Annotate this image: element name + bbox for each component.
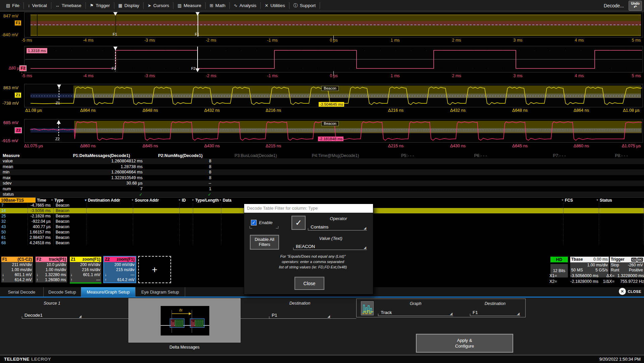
apply-configure-button[interactable]: Apply & Configure	[416, 334, 513, 353]
decode-column-data[interactable]: Data	[223, 198, 231, 203]
time-axis-label: -1 ms	[267, 73, 277, 78]
measure-p1-value: ✓	[57, 192, 146, 197]
decode-column-destination-addr[interactable]: Destination Addr	[88, 198, 120, 203]
decode-column-status[interactable]: Status	[600, 198, 612, 203]
up-arrow-icon: ↑	[2, 277, 4, 282]
timebase-offset: 0.00 ms	[593, 257, 608, 262]
descriptor-min-value: 601.1 mV	[83, 272, 100, 277]
column-sort-icon[interactable]: ▼	[561, 198, 564, 203]
graph-label: Graph	[378, 301, 453, 306]
z2-delta-label: Δ430 ns	[450, 144, 466, 148]
menu-item-label: Measure	[184, 3, 202, 8]
measure-row-num: num71	[0, 186, 644, 192]
z1-channel-badge[interactable]: Z1	[15, 93, 21, 98]
timebase-scale: 1.00 ms/div	[587, 263, 608, 268]
measurement-card[interactable]: Δt	[128, 298, 240, 343]
apply-line2: Configure	[455, 343, 474, 349]
tab-eye-diagram-setup[interactable]: Eye Diagram Setup	[136, 287, 185, 297]
column-sort-icon[interactable]: ▼	[131, 198, 134, 203]
menu-item-display[interactable]: ▦Display	[114, 0, 144, 11]
column-sort-icon[interactable]: ▼	[596, 198, 599, 203]
column-sort-icon[interactable]: ▼	[192, 198, 194, 203]
dialog-close-button[interactable]: Close	[294, 277, 324, 290]
descriptor-vscale: 200 mV/div	[70, 262, 100, 267]
decode-column-fcs[interactable]: FCS	[565, 198, 573, 203]
menu-item-timebase[interactable]: ↔Timebase	[51, 0, 86, 11]
measure-row-label: status	[0, 192, 57, 197]
trigger-flag-icon: ⚑	[90, 3, 94, 8]
column-filter-icon[interactable]: ▼	[84, 198, 87, 203]
menu-item-cursors[interactable]: ➤Cursors	[144, 0, 173, 11]
decode-cell	[599, 213, 644, 219]
measure-col-header: P7:- - -	[520, 153, 599, 158]
enable-checkbox[interactable]: ✓	[251, 220, 257, 225]
filter-check-button[interactable]: ✓	[291, 216, 306, 230]
z2-delta-axis: Δ1.075 µsΔ860 nsΔ645 nsΔ430 nsΔ215 nsΔ21…	[0, 144, 644, 150]
decode-menu-label[interactable]: Decode...	[604, 3, 624, 8]
decode-cell: -4.7665 ms	[28, 203, 54, 208]
decode-column-id[interactable]: ID	[182, 198, 186, 203]
tab-decode-setup[interactable]: Decode Setup	[44, 287, 81, 297]
column-sort-icon[interactable]: ▼	[219, 198, 222, 203]
decode-column-time[interactable]: Time	[37, 198, 46, 203]
oscilloscope-screen: ▤File↕Vertical↔Timebase⚑Trigger▦Display➤…	[0, 0, 644, 363]
descriptor-source: zoom(F1)	[117, 257, 135, 262]
decode-column-type[interactable]: Type	[54, 198, 63, 203]
z2-bottom-scale: -915 mV	[2, 138, 18, 143]
panel-close-button[interactable]: ✕ CLOSE	[619, 288, 641, 295]
z2-channel-badge[interactable]: Z2	[15, 127, 22, 133]
menu-item-math[interactable]: ⊞Math	[206, 0, 229, 11]
column-sort-icon[interactable]: ▼	[51, 198, 53, 203]
decode-cell: Beacon	[54, 203, 87, 208]
horizontal-arrows-icon: ↔	[55, 3, 60, 8]
value-dropdown[interactable]: BEACON ◢	[293, 243, 367, 250]
f1-channel-badge[interactable]: F1	[15, 20, 21, 25]
decode-column-source-addr[interactable]: Source Addr	[135, 198, 159, 203]
descriptor-header: F2track(P1)	[36, 257, 67, 262]
descriptor-f2[interactable]: F2track(P1)10.0 µs/div1.00 ms/div↓1.3228…	[35, 256, 68, 283]
hd-mode-badge[interactable]: HD	[550, 257, 568, 262]
menu-item-measure[interactable]: ▥Measure	[173, 0, 205, 11]
measure-row-label: value	[0, 159, 57, 163]
operator-dropdown[interactable]: Contains ◢	[308, 223, 367, 230]
menu-item-utilities[interactable]: ✕Utilities	[261, 0, 289, 11]
measure-ruler-icon: ▥	[177, 3, 181, 8]
menu-item-analysis[interactable]: ∿Analysis	[230, 0, 260, 11]
source1-dropdown[interactable]: Decode1 ◢	[22, 311, 82, 319]
add-trace-button[interactable]: +	[138, 256, 171, 283]
disable-all-filters-button[interactable]: Disable All Filters	[250, 235, 279, 250]
menu-separator	[320, 2, 320, 9]
trigger-time-tick	[333, 36, 334, 40]
menu-item-support[interactable]: ⓘSupport	[289, 0, 320, 11]
x2-value: -2.1828000 ms	[561, 279, 598, 284]
destination1-value: P1	[272, 313, 277, 318]
column-sort-icon[interactable]: ▼	[178, 198, 181, 203]
menu-item-file[interactable]: ▤File	[2, 0, 23, 11]
z2-delta-label: Δ860 ns	[574, 144, 589, 148]
destination1-dropdown[interactable]: P1 ◢	[269, 311, 331, 319]
decode-protocol-badge[interactable]: 10Base-T1S	[0, 198, 36, 203]
decode-cell	[193, 235, 221, 240]
menu-item-vertical[interactable]: ↕Vertical	[24, 0, 51, 11]
tab-serial-decode[interactable]: Serial Decode	[0, 287, 44, 297]
connector-line-3	[331, 318, 356, 319]
dx-label: ΔX=	[598, 273, 614, 278]
z2-delta-label: Δ1.075 µs	[24, 144, 43, 148]
decode-column-type-length[interactable]: Type/Length	[195, 198, 219, 203]
f1-top-scale: 847 mV	[3, 13, 18, 18]
decode-cell	[87, 224, 133, 229]
menu-item-trigger[interactable]: ⚑Trigger	[86, 0, 114, 11]
info-icon: ⓘ	[293, 3, 298, 9]
undo-button[interactable]: Undo ↶	[629, 1, 642, 11]
descriptor-f1[interactable]: F1(C1-C2)211 mV/div1.00 ms/div↓601.1 mV↑…	[1, 256, 34, 283]
decode-cell: 1.66157 ms	[28, 229, 54, 235]
descriptor-max-value: 614.2 mV	[15, 277, 32, 282]
decode-cell	[180, 213, 193, 219]
descriptor-body: 10.0 µs/div1.00 ms/div↓1.32280 ms↑1.2608…	[36, 262, 67, 282]
graph-dropdown[interactable]: Track ◢	[378, 309, 453, 316]
trigger-label: Trigger	[611, 257, 625, 262]
destination2-dropdown[interactable]: F1 ◢	[470, 309, 520, 316]
tab-measure-graph-setup[interactable]: Measure/Graph Setup	[81, 287, 136, 297]
descriptor-z2[interactable]: Z2zoom(F1)200 mV/div215 ns/div↓---↑614.2…	[103, 256, 136, 283]
descriptor-z1[interactable]: Z1zoom(F1)200 mV/div216 ns/div↓601.1 mV↑…	[69, 256, 102, 283]
